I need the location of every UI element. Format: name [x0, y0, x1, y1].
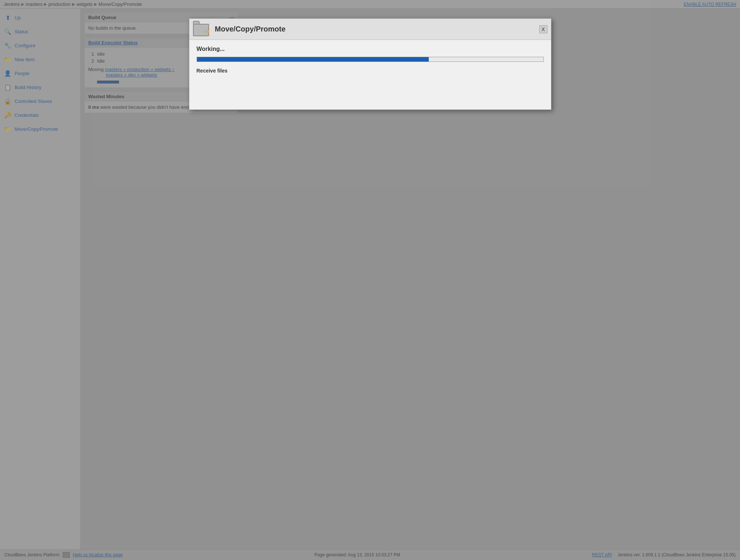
folder-arrow-icon: ➜: [203, 27, 210, 36]
progress-bar-fill: [197, 57, 429, 62]
modal-titlebar: ➜ Move/Copy/Promote X: [189, 19, 551, 40]
modal-title-left: ➜ Move/Copy/Promote: [193, 21, 286, 37]
folder-tab: [193, 21, 200, 24]
modal-overlay: ➜ Move/Copy/Promote X Working... Receive…: [0, 0, 740, 560]
receive-files-text: Receive files: [197, 68, 544, 74]
working-text: Working...: [197, 46, 544, 52]
modal-body: Working... Receive files: [189, 40, 551, 79]
progress-bar-container: [197, 57, 544, 62]
modal-close-button[interactable]: X: [539, 25, 547, 33]
modal-folder-icon: ➜: [193, 21, 211, 37]
modal-title-text: Move/Copy/Promote: [215, 25, 286, 33]
modal-dialog: ➜ Move/Copy/Promote X Working... Receive…: [189, 18, 551, 110]
